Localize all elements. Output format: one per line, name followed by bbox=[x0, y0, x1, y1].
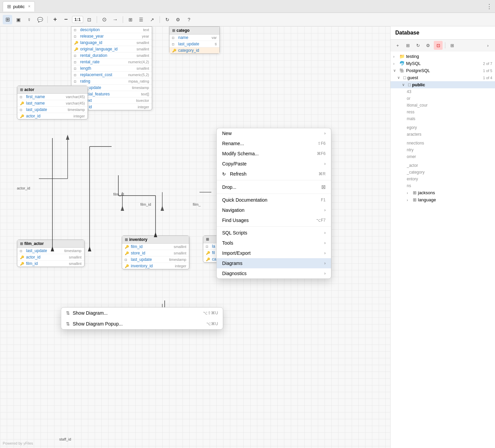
main-content: □ description text □ release_year year 🔑… bbox=[0, 26, 495, 448]
connector-label-actor_id: actor_id bbox=[17, 186, 30, 190]
svg-marker-14 bbox=[88, 246, 91, 251]
rp-settings-button[interactable]: ⚙ bbox=[424, 41, 432, 50]
film-row-release_year: □ release_year year bbox=[71, 33, 152, 40]
film-row-rental_rate: □ rental_rate numeric(4,2) bbox=[71, 59, 152, 65]
category-table-partial: ⊞ catego □ name var □ last_update ti 🔑 c… bbox=[169, 26, 220, 54]
film-row-length: □ length smallint bbox=[71, 65, 152, 72]
inventory-row-inventory_id: 🔑 inventory_id integer bbox=[122, 263, 189, 269]
tree-item-r8[interactable]: aracters bbox=[391, 131, 495, 138]
rp-copy-button[interactable]: ⊞ bbox=[403, 41, 412, 50]
tree-item-r17[interactable]: ns bbox=[391, 182, 495, 189]
actor-table: ⊞ actor □ first_name varchar(45) 🔑 last_… bbox=[17, 86, 88, 119]
rp-refresh-button[interactable]: ↻ bbox=[414, 41, 422, 50]
tree-item-r14[interactable]: _actor bbox=[391, 162, 495, 169]
er-icon-button[interactable]: ♀ bbox=[24, 15, 34, 24]
tree-item-testing[interactable]: › 📁 testing bbox=[391, 53, 495, 60]
cm-item-diagrams[interactable]: Diagrams › bbox=[217, 258, 331, 268]
tree-item-language[interactable]: › ⊞ language bbox=[391, 196, 495, 203]
cm-item-drop[interactable]: Drop... ⊠ bbox=[217, 181, 331, 193]
context-menu: New › Rename... ⇧F6 Modify Schema... ⌘F6… bbox=[216, 128, 331, 279]
cm-item-navigation[interactable]: Navigation › bbox=[217, 205, 331, 215]
comment-icon-button[interactable]: 💬 bbox=[35, 15, 45, 24]
cm-item-tools[interactable]: Tools › bbox=[217, 238, 331, 248]
cm-item-refresh[interactable]: ↻ Refresh ⌘R bbox=[217, 169, 331, 179]
film-actor-row-actor_id: 🔑 actor_id smallint bbox=[17, 254, 84, 261]
tree-item-r7[interactable]: egory bbox=[391, 124, 495, 131]
database-tree: › 📁 testing › 🐬 MySQL 2 of 7 ∨ 🐘 Postgre… bbox=[391, 51, 495, 448]
add-button[interactable]: + bbox=[50, 15, 60, 24]
svg-marker-2 bbox=[66, 135, 69, 140]
actor-row-last_name: 🔑 last_name varchar(45) bbox=[17, 100, 88, 107]
submenu-show-diagram-popup[interactable]: ⇅ Show Diagram Popup... ⌥⌘U bbox=[61, 318, 223, 329]
rp-expand-button[interactable]: › bbox=[484, 41, 492, 50]
diagrams-submenu: ⇅ Show Diagram... ⌥⇧⌘U ⇅ Show Diagram Po… bbox=[61, 307, 223, 330]
cm-item-find-usages[interactable]: Find Usages ⌥F7 bbox=[217, 215, 331, 225]
film-actor-row-last_update: □ last_update timestamp bbox=[17, 248, 84, 254]
tab-close-button[interactable]: × bbox=[28, 4, 30, 9]
cm-item-import-export[interactable]: Import/Export › bbox=[217, 248, 331, 258]
export-button[interactable]: ↗ bbox=[147, 15, 157, 24]
tree-item-jacksons[interactable]: › ⊞ jacksons bbox=[391, 189, 495, 196]
cm-sep-3 bbox=[217, 226, 331, 227]
right-panel-toolbar: + ⊞ ↻ ⚙ ⊡ ⊞ › bbox=[391, 40, 495, 51]
tree-item-r4[interactable]: ress bbox=[391, 109, 495, 115]
rp-table-button[interactable]: ⊞ bbox=[448, 41, 456, 50]
inventory-table: ⊞ inventory 🔑 film_id smallint 🔑 store_i… bbox=[122, 236, 189, 269]
table-view-button[interactable]: ⊞ bbox=[126, 15, 135, 24]
cm-sep-2 bbox=[217, 194, 331, 194]
layout-icon-button[interactable]: ⊞ bbox=[3, 15, 12, 24]
film-row-rating: □ rating mpaa_rating bbox=[71, 78, 152, 85]
tree-item-public[interactable]: ∨ □ public bbox=[391, 81, 495, 88]
cm-item-copy-paste[interactable]: Copy/Paste › bbox=[217, 159, 331, 169]
tree-item-r5[interactable]: mals bbox=[391, 115, 495, 122]
arrow-button[interactable]: → bbox=[111, 15, 120, 24]
tree-item-r12[interactable]: omer bbox=[391, 153, 495, 160]
cm-item-diagnostics[interactable]: Diagnostics › bbox=[217, 268, 331, 278]
tree-item-postgresql[interactable]: ∨ 🐘 PostgreSQL 1 of 5 bbox=[391, 67, 495, 74]
submenu-show-diagram[interactable]: ⇅ Show Diagram... ⌥⇧⌘U bbox=[61, 308, 223, 318]
film-actor-row-film_id: 🔑 film_id smallint bbox=[17, 261, 84, 267]
actor-row-last_update: □ last_update timestamp bbox=[17, 107, 88, 113]
tree-item-r2[interactable]: or bbox=[391, 95, 495, 102]
tree-item-r10[interactable]: nnections bbox=[391, 140, 495, 147]
sidebar-icon-button[interactable]: ▣ bbox=[14, 15, 23, 24]
sep1 bbox=[47, 16, 48, 23]
right-panel-title: Database bbox=[395, 30, 419, 36]
cm-item-modify-schema[interactable]: Modify Schema... ⌘F6 bbox=[217, 149, 331, 159]
settings-button[interactable]: ⚙ bbox=[173, 15, 183, 24]
tree-item-r1[interactable]: 43 bbox=[391, 88, 495, 95]
right-panel-header: Database bbox=[391, 26, 495, 40]
inventory-row-last_update: □ last_update timestamp bbox=[122, 256, 189, 263]
tree-item-r11[interactable]: ntry bbox=[391, 147, 495, 153]
tab-icon: ⊞ bbox=[7, 4, 11, 9]
layout2-button[interactable]: ⊡ bbox=[85, 15, 94, 24]
cm-item-quick-doc[interactable]: Quick Documentation F1 bbox=[217, 195, 331, 205]
powered-by-label: Powered by yFiles bbox=[3, 441, 33, 445]
remove-button[interactable]: − bbox=[61, 15, 71, 24]
tree-item-mysql[interactable]: › 🐬 MySQL 2 of 7 bbox=[391, 60, 495, 67]
cm-item-sql-scripts[interactable]: SQL Scripts › bbox=[217, 228, 331, 238]
cm-item-rename[interactable]: Rename... ⇧F6 bbox=[217, 138, 331, 149]
refresh-button[interactable]: ↻ bbox=[163, 15, 172, 24]
tree-item-r3[interactable]: itional_cour bbox=[391, 102, 495, 109]
actor-row-first_name: □ first_name varchar(45) bbox=[17, 94, 88, 100]
list-view-button[interactable]: ☰ bbox=[137, 15, 146, 24]
categ-row-name: □ name var bbox=[169, 35, 219, 41]
categ-row-category_id: 🔑 category_id bbox=[169, 47, 219, 53]
canvas-area[interactable]: □ description text □ release_year year 🔑… bbox=[0, 26, 390, 448]
rp-active-button[interactable]: ⊡ bbox=[434, 41, 443, 50]
tree-item-guest[interactable]: ∨ □ guest 1 of 4 bbox=[391, 74, 495, 81]
rp-add-button[interactable]: + bbox=[393, 41, 402, 50]
tree-item-r15[interactable]: _category bbox=[391, 169, 495, 176]
sep3 bbox=[123, 16, 123, 23]
svg-marker-4 bbox=[121, 206, 124, 211]
tree-item-r16[interactable]: entory bbox=[391, 176, 495, 182]
inventory-row-film_id: 🔑 film_id smallint bbox=[122, 244, 189, 250]
cm-item-new[interactable]: New › bbox=[217, 128, 331, 138]
help-button[interactable]: ? bbox=[184, 15, 194, 24]
tab-more-button[interactable]: ⋮ bbox=[486, 3, 492, 10]
film-actor-header: ⊞ film_actor bbox=[17, 240, 84, 248]
schema-button[interactable]: ⊙ bbox=[100, 15, 109, 24]
onetoone-button[interactable]: 1:1 bbox=[72, 16, 83, 23]
tab-public[interactable]: ⊞ public × bbox=[3, 1, 35, 12]
